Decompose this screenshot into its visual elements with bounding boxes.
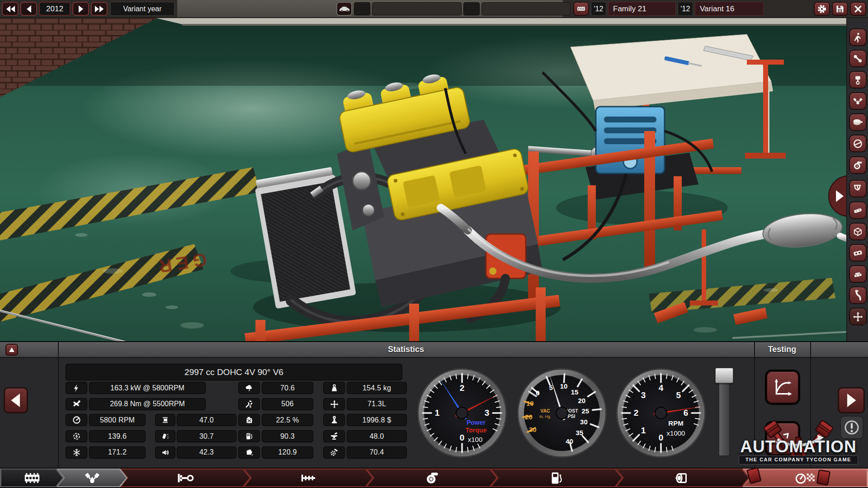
piston-icon <box>853 75 863 85</box>
cylinder-head-icon <box>853 248 863 258</box>
family-year-badge: '12 <box>591 2 606 16</box>
warnings-button[interactable] <box>840 416 863 439</box>
tab-engine-family[interactable] <box>0 469 64 487</box>
sidebar-crankshaft-button[interactable] <box>849 50 867 67</box>
v-engine-heads-icon <box>853 95 863 107</box>
family-name-field[interactable]: Family 21 <box>608 2 676 16</box>
sidebar-headers-button[interactable] <box>849 180 867 197</box>
svg-text:Power: Power <box>467 419 486 426</box>
save-button[interactable] <box>832 2 848 16</box>
right-arrow-icon <box>77 5 85 13</box>
tab-valvetrain[interactable] <box>244 469 373 487</box>
power-icon <box>66 382 87 394</box>
testing-title: Testing <box>754 342 810 357</box>
svg-text:3: 3 <box>485 408 490 418</box>
year-next-button[interactable] <box>72 2 89 16</box>
car-trim-name-slot[interactable] <box>481 2 571 15</box>
responsiveness-icon <box>66 430 87 442</box>
variant-name-field[interactable]: Variant 16 <box>695 2 764 16</box>
car-variant-year-slot[interactable] <box>463 2 480 15</box>
piston-conrod-icon <box>177 472 195 484</box>
stat-power-value: 163.3 kW @ 5800RPM <box>89 382 206 394</box>
right-arrow-icon <box>845 394 857 407</box>
statistics-panel: Statistics Testing 2997 cc DOHC 4V 90° V… <box>0 341 868 468</box>
floppy-save-icon <box>835 4 844 14</box>
engine-3d-viewport[interactable]: GER <box>0 18 868 341</box>
stat-service-cost-value: 506 <box>262 398 313 410</box>
stat-material-cost-value: 1996.8 $ <box>347 414 407 426</box>
tab-fuel-system[interactable] <box>491 469 623 487</box>
engine-family-button[interactable] <box>573 2 589 16</box>
max-rpm-icon <box>66 414 87 426</box>
car-model-button[interactable] <box>336 2 352 16</box>
engine-block-icon <box>23 472 42 484</box>
svg-text:Torque: Torque <box>466 427 487 434</box>
sidebar-air-filter-button[interactable] <box>849 113 867 131</box>
year-prev-button[interactable] <box>20 2 37 16</box>
up-arrow-icon <box>9 347 14 352</box>
camshaft-icon <box>300 472 318 484</box>
sidebar-turbo-button[interactable] <box>849 156 867 174</box>
prev-page-button[interactable] <box>4 387 28 413</box>
throttle-slider-thumb[interactable] <box>715 368 733 383</box>
year-first-button[interactable] <box>2 2 19 16</box>
sidebar-valve-cover-button[interactable] <box>849 202 867 219</box>
engine-test-icon <box>773 429 793 448</box>
engine-block-icon <box>577 5 585 13</box>
svg-text:20: 20 <box>578 397 586 404</box>
svg-text:x1000: x1000 <box>667 429 685 437</box>
dyno-curve-icon <box>772 377 793 397</box>
tab-exhaust[interactable] <box>616 469 750 487</box>
svg-text:4: 4 <box>659 383 664 393</box>
settings-button[interactable] <box>814 2 830 16</box>
design-step-tabbar <box>0 468 868 488</box>
gear-icon <box>817 4 826 14</box>
statistics-title: Statistics <box>58 342 754 357</box>
tab-aspiration[interactable] <box>366 469 498 487</box>
year-display: 2012 <box>39 2 71 16</box>
next-page-button[interactable] <box>838 387 865 413</box>
sidebar-downpipe-button[interactable] <box>849 286 867 304</box>
sidebar-piston-button[interactable] <box>849 71 867 89</box>
sidebar-move-camera-button[interactable] <box>849 308 867 325</box>
boost-vacuum-gauge: 0510152025303540102030BOOSTPSIVACIn. Hg <box>517 368 607 458</box>
svg-text:x100: x100 <box>468 436 483 443</box>
close-button[interactable] <box>850 2 866 16</box>
stat-responsiveness-value: 139.6 <box>89 430 146 442</box>
exhaust-headers-icon <box>853 183 863 195</box>
sidebar-cylinder-head-button[interactable] <box>849 244 867 262</box>
torque-icon <box>66 398 87 410</box>
stat-loudness-value: 42.3 <box>177 446 236 459</box>
svg-text:$: $ <box>250 405 251 408</box>
svg-text:0: 0 <box>460 433 465 442</box>
year-last-button[interactable] <box>91 2 108 16</box>
tab-bottom-end[interactable] <box>120 469 251 487</box>
collapse-panel-button[interactable] <box>5 344 18 356</box>
workshop-scene: GER <box>0 18 868 341</box>
svg-text:3: 3 <box>641 390 646 400</box>
car-trim-year-slot[interactable] <box>354 2 370 15</box>
stat-torque-value: 269.8 Nm @ 5500RPM <box>89 398 206 410</box>
tab-testing[interactable] <box>742 469 868 487</box>
min-octane-icon: 91 <box>238 430 260 442</box>
sidebar-walk-mode-button[interactable] <box>849 28 867 46</box>
svg-text:10: 10 <box>526 399 534 407</box>
sidebar-top-end-button[interactable] <box>849 92 867 110</box>
dyno-curves-button[interactable] <box>766 371 799 404</box>
engine-test-button[interactable] <box>766 422 799 455</box>
stat-weight-value: 154.5 kg <box>347 382 407 394</box>
car-model-name-slot[interactable] <box>372 2 462 15</box>
svg-text:30: 30 <box>580 418 588 426</box>
tab-top-end[interactable] <box>57 469 127 487</box>
svg-text:RPM: RPM <box>668 419 683 427</box>
turbocharger-icon <box>853 160 863 171</box>
svg-text:91: 91 <box>247 434 249 436</box>
stat-max-rpm-value: 5800 RPM <box>89 414 146 426</box>
service-cost-icon: $ <box>238 398 260 410</box>
svg-text:In. Hg: In. Hg <box>539 414 550 419</box>
sidebar-throttle-button[interactable] <box>849 135 867 152</box>
fuel-pump-icon <box>550 471 564 485</box>
svg-text:1: 1 <box>641 426 646 435</box>
sidebar-engine-block-button[interactable] <box>849 223 867 240</box>
sidebar-intake-button[interactable] <box>849 265 867 283</box>
